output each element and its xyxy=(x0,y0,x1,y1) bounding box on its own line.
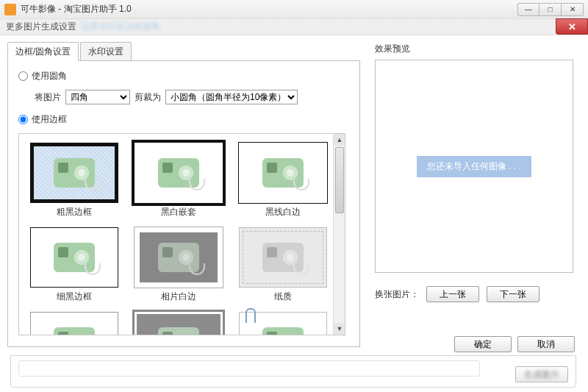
tab-strip: 边框/圆角设置 水印设置 xyxy=(7,42,360,61)
frame-option-6[interactable] xyxy=(26,312,122,335)
frame-label: 粗黑边框 xyxy=(26,206,122,218)
outer-titlebar: 可牛影像 - 淘宝图片助手 1.0 — □ ✕ xyxy=(0,0,588,19)
frame-label: 黑线白边 xyxy=(235,206,331,218)
ipod-icon xyxy=(158,158,199,188)
right-panel: 效果预览 您还未导入任何图像 . . . 换张图片： 上一张 下一张 xyxy=(360,41,581,344)
frame-option-5[interactable]: 纸质 xyxy=(235,227,331,303)
ipod-icon xyxy=(262,327,304,335)
next-image-button[interactable]: 下一张 xyxy=(487,286,539,302)
frame-label: 细黑边框 xyxy=(26,291,122,303)
radio-use-border[interactable]: 使用边框 xyxy=(18,113,349,126)
scrollbar[interactable]: ▲ ▼ xyxy=(333,134,345,335)
preview-box: 您还未导入任何图像 . . . xyxy=(375,60,573,273)
ipod-icon xyxy=(158,243,199,272)
close-button[interactable]: ✕ xyxy=(562,3,584,16)
crop-label: 剪裁为 xyxy=(135,91,161,104)
frame-option-3[interactable]: 细黑边框 xyxy=(26,227,122,303)
frame-option-4[interactable]: 相片白边 xyxy=(131,227,226,303)
preview-empty-msg: 您还未导入任何图像 . . . xyxy=(417,156,531,177)
dialog-title: 更多图片生成设置 xyxy=(6,21,76,33)
tab-watermark-settings[interactable]: 水印设置 xyxy=(80,42,132,61)
window-controls: — □ ✕ xyxy=(517,3,584,16)
tab-border-settings[interactable]: 边框/圆角设置 xyxy=(7,42,79,61)
round-options-row: 将图片 四角 剪裁为 小圆角（圆角半径为10像素） xyxy=(35,90,349,104)
dialog-header: 更多图片生成设置 设置水印及边框圆角 ✕ xyxy=(0,19,588,35)
swap-row: 换张图片： 上一张 下一张 xyxy=(375,286,581,302)
frame-grid: 粗黑边框 黑白嵌套 黑线白边 细黑边框 xyxy=(18,133,345,335)
tab-body: 使用圆角 将图片 四角 剪裁为 小圆角（圆角半径为10像素） 使用边框 xyxy=(7,60,360,347)
img-label: 将图片 xyxy=(35,91,61,104)
maximize-button[interactable]: □ xyxy=(539,3,562,16)
blurred-text: 设置水印及边框圆角 xyxy=(81,21,160,33)
prev-image-button[interactable]: 上一张 xyxy=(426,286,479,302)
frame-option-2[interactable]: 黑线白边 xyxy=(235,143,331,218)
minimize-button[interactable]: — xyxy=(517,3,539,16)
radio-use-border-label: 使用边框 xyxy=(32,113,67,126)
ipod-icon xyxy=(54,243,95,272)
scroll-thumb[interactable] xyxy=(335,147,344,213)
ipod-icon xyxy=(54,327,95,335)
radio-use-round-label: 使用圆角 xyxy=(32,70,67,82)
crop-select[interactable]: 小圆角（圆角半径为10像素） xyxy=(165,90,298,104)
radio-use-border-input[interactable] xyxy=(18,115,28,124)
frame-label: 黑白嵌套 xyxy=(131,206,226,218)
ipod-icon xyxy=(54,158,95,188)
dialog-close-button[interactable]: ✕ xyxy=(556,18,588,35)
corner-select[interactable]: 四角 xyxy=(65,90,130,104)
window-title: 可牛影像 - 淘宝图片助手 1.0 xyxy=(21,3,132,15)
ipod-icon xyxy=(262,158,304,188)
radio-use-round-input[interactable] xyxy=(18,71,28,81)
preview-title: 效果预览 xyxy=(375,43,581,55)
dialog-footer: 确定 取消 xyxy=(454,336,575,352)
frame-option-7[interactable] xyxy=(131,312,226,335)
frame-label: 纸质 xyxy=(235,291,331,303)
ipod-icon xyxy=(262,243,304,272)
frame-option-1[interactable]: 黑白嵌套 xyxy=(131,143,226,218)
frame-option-8[interactable] xyxy=(235,312,331,335)
left-panel: 边框/圆角设置 水印设置 使用圆角 将图片 四角 剪裁为 小圆角（圆角半径为10… xyxy=(7,41,360,344)
background-button: 生成图片 xyxy=(515,366,568,382)
scroll-down-icon[interactable]: ▼ xyxy=(334,323,345,335)
swap-label: 换张图片： xyxy=(375,288,419,301)
ipod-icon xyxy=(158,327,199,335)
radio-use-round[interactable]: 使用圆角 xyxy=(18,70,349,82)
frame-label: 相片白边 xyxy=(131,291,226,303)
app-icon xyxy=(4,4,16,15)
scroll-up-icon[interactable]: ▲ xyxy=(334,134,345,146)
background-panel: 生成图片 xyxy=(10,355,576,388)
cancel-button[interactable]: 取消 xyxy=(517,336,575,352)
frame-option-0[interactable]: 粗黑边框 xyxy=(26,143,122,218)
ok-button[interactable]: 确定 xyxy=(454,336,512,352)
